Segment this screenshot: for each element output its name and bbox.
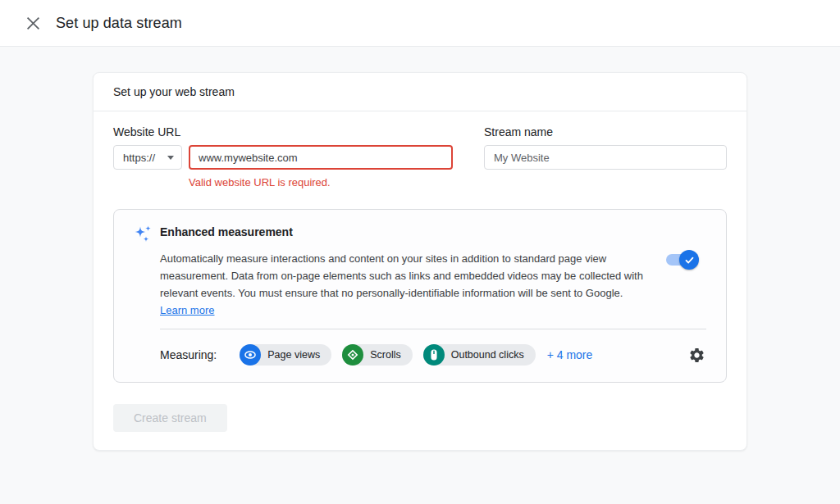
chip-outbound-clicks: Outbound clicks <box>423 344 536 366</box>
chip-label: Outbound clicks <box>451 349 524 361</box>
chip-page-views: Page views <box>240 344 331 366</box>
website-url-label: Website URL <box>113 125 453 138</box>
panel-divider <box>160 329 706 329</box>
page-title: Set up data stream <box>56 15 182 32</box>
mouse-icon <box>423 344 445 366</box>
measuring-chips: Page views Scrolls <box>240 344 535 366</box>
description-rest: Data from on-page elements such as links… <box>160 270 643 299</box>
stream-name-input[interactable] <box>484 145 727 170</box>
chip-scrolls: Scrolls <box>342 344 413 366</box>
gear-icon <box>688 347 705 364</box>
chevron-down-icon <box>167 156 174 160</box>
protocol-selected-value: https:// <box>123 152 167 164</box>
stream-name-field-group: Stream name <box>484 125 727 188</box>
chip-label: Scrolls <box>370 349 401 361</box>
eye-icon <box>240 344 261 366</box>
measurement-settings-button[interactable] <box>687 345 706 365</box>
toggle-thumb-checked <box>679 250 699 270</box>
enhanced-measurement-panel: Enhanced measurement Automatically measu… <box>113 209 727 383</box>
chip-label: Page views <box>267 349 320 361</box>
close-button[interactable] <box>23 13 43 33</box>
measuring-row: Measuring: Page views <box>160 344 706 366</box>
enhanced-measurement-toggle[interactable] <box>666 254 696 266</box>
more-chips-link[interactable]: + 4 more <box>547 348 593 361</box>
top-bar: Set up data stream <box>0 0 840 47</box>
web-stream-card: Set up your web stream Website URL https… <box>93 72 747 451</box>
protocol-select[interactable]: https:// <box>113 145 182 170</box>
website-url-input[interactable] <box>189 145 453 170</box>
check-icon <box>684 255 695 266</box>
create-stream-button[interactable]: Create stream <box>113 404 227 432</box>
enhanced-measurement-title: Enhanced measurement <box>160 223 706 238</box>
stream-name-label: Stream name <box>484 125 727 138</box>
scroll-unfold-icon <box>342 344 363 366</box>
stream-form: Website URL https:// Valid website URL i… <box>113 125 727 188</box>
enhanced-measurement-description: Automatically measure interactions and c… <box>160 250 650 319</box>
url-error-message: Valid website URL is required. <box>189 176 453 188</box>
card-body: Website URL https:// Valid website URL i… <box>94 111 746 450</box>
card-title: Set up your web stream <box>94 73 746 111</box>
sparkle-icon <box>127 223 160 366</box>
website-url-field-group: Website URL https:// Valid website URL i… <box>113 125 453 188</box>
close-icon <box>26 16 40 30</box>
measuring-label: Measuring: <box>160 348 217 361</box>
main-area: Set up your web stream Website URL https… <box>0 72 840 451</box>
learn-more-link[interactable]: Learn more <box>160 304 214 316</box>
